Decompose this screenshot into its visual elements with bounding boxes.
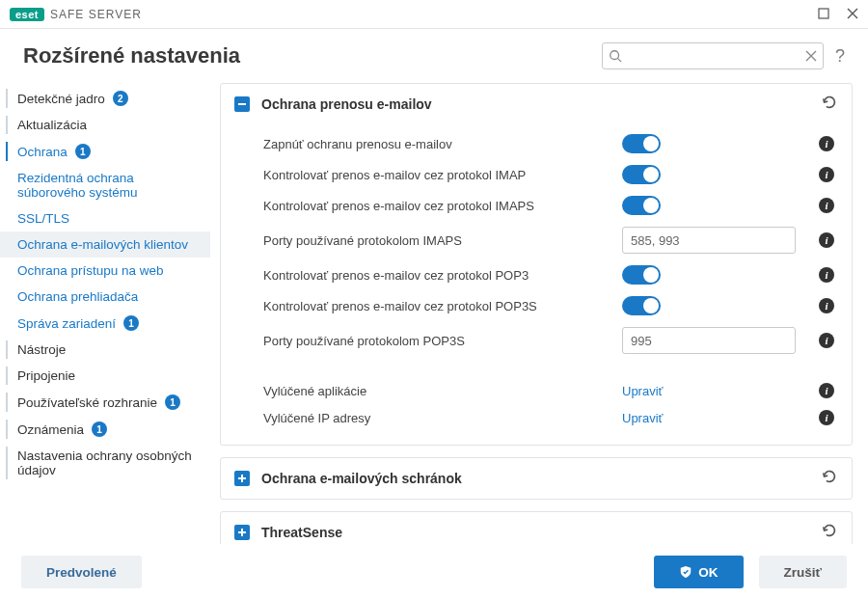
search-field[interactable]: [602, 42, 824, 69]
info-icon[interactable]: i: [819, 136, 834, 151]
sidebar-item-2[interactable]: Ochrana1: [0, 138, 210, 165]
cancel-button[interactable]: Zrušiť: [759, 556, 847, 588]
page-header: Rozšírené nastavenia ?: [0, 29, 868, 79]
toggle-switch[interactable]: [622, 265, 661, 285]
footer: Predvolené OK Zrušiť: [0, 546, 868, 598]
setting-label: Zapnúť ochranu prenosu e-mailov: [263, 137, 622, 151]
search-input[interactable]: [622, 49, 805, 64]
panel-body: Zapnúť ochranu prenosu e-mailoviKontrolo…: [221, 124, 852, 445]
info-icon[interactable]: i: [819, 410, 834, 425]
sidebar-item-12[interactable]: Oznámenia1: [0, 416, 210, 443]
setting-label: Kontrolovať prenos e-mailov cez protokol…: [263, 299, 622, 313]
sidebar-item-label: Správa zariadení: [17, 316, 116, 331]
reset-icon[interactable]: [821, 94, 838, 115]
app-logo: eset SAFE SERVER: [10, 8, 142, 21]
expand-icon[interactable]: [234, 471, 250, 486]
setting-label: Porty používané protokolom IMAPS: [263, 233, 622, 248]
setting-control: [622, 327, 815, 354]
sidebar-item-label: Aktualizácia: [17, 118, 87, 132]
sidebar-item-7[interactable]: Ochrana prehliadača: [0, 284, 210, 310]
toggle-switch[interactable]: [622, 196, 661, 215]
ok-label: OK: [698, 565, 718, 580]
ok-button[interactable]: OK: [654, 556, 743, 588]
toggle-switch[interactable]: [622, 296, 661, 315]
sidebar-item-8[interactable]: Správa zariadení1: [0, 310, 210, 337]
main-panel: Ochrana prenosu e-mailovZapnúť ochranu p…: [210, 79, 868, 544]
panel-header[interactable]: Ochrana e-mailových schránok: [221, 458, 852, 499]
info-cell: i: [815, 333, 838, 348]
expand-icon[interactable]: [234, 525, 250, 540]
edit-link[interactable]: Upraviť: [622, 411, 663, 425]
ports-input[interactable]: [622, 227, 796, 254]
panel-header[interactable]: Ochrana prenosu e-mailov: [221, 84, 852, 124]
svg-point-1: [610, 51, 619, 60]
sidebar-item-0[interactable]: Detekčné jadro2: [0, 85, 210, 112]
setting-control: Upraviť: [622, 411, 815, 425]
info-cell: i: [815, 267, 838, 283]
sidebar-badge: 1: [75, 144, 91, 159]
defaults-button[interactable]: Predvolené: [21, 556, 142, 588]
sidebar: Detekčné jadro2AktualizáciaOchrana1Rezid…: [0, 79, 210, 544]
svg-rect-5: [238, 477, 246, 479]
info-cell: i: [815, 136, 838, 151]
setting-control: [622, 196, 815, 215]
info-icon[interactable]: i: [819, 232, 834, 248]
sidebar-item-9[interactable]: Nástroje: [0, 337, 210, 363]
setting-control: Upraviť: [622, 384, 815, 398]
info-icon[interactable]: i: [819, 167, 834, 182]
sidebar-badge: 1: [92, 421, 107, 437]
window-close-icon[interactable]: [847, 7, 858, 22]
sidebar-item-10[interactable]: Pripojenie: [0, 363, 210, 389]
help-icon[interactable]: ?: [835, 46, 845, 67]
sidebar-item-label: Oznámenia: [17, 422, 84, 437]
sidebar-item-label: Nastavenia ochrany osobných údajov: [17, 448, 199, 477]
setting-label: Kontrolovať prenos e-mailov cez protokol…: [263, 168, 622, 182]
titlebar: eset SAFE SERVER: [0, 0, 868, 29]
sidebar-badge: 2: [113, 91, 128, 106]
shield-icon: [679, 565, 692, 579]
sidebar-item-1[interactable]: Aktualizácia: [0, 112, 210, 138]
info-icon[interactable]: i: [819, 383, 834, 398]
info-cell: i: [815, 198, 838, 213]
setting-label: Vylúčené IP adresy: [263, 411, 622, 425]
brand-badge: eset: [10, 8, 44, 21]
setting-control: [622, 134, 815, 153]
info-icon[interactable]: i: [819, 333, 834, 348]
info-icon[interactable]: i: [819, 298, 834, 313]
sidebar-item-4[interactable]: SSL/TLS: [0, 205, 210, 231]
sidebar-badge: 1: [123, 315, 139, 331]
reset-icon[interactable]: [821, 522, 838, 543]
sidebar-item-3[interactable]: Rezidentná ochrana súborového systému: [0, 165, 210, 205]
search-wrap: ?: [602, 42, 845, 69]
sidebar-item-6[interactable]: Ochrana prístupu na web: [0, 258, 210, 284]
toggle-switch[interactable]: [622, 134, 661, 153]
info-cell: i: [815, 298, 838, 313]
edit-link[interactable]: Upraviť: [622, 384, 663, 398]
setting-row-0: Zapnúť ochranu prenosu e-mailovi: [221, 128, 852, 159]
clear-search-icon[interactable]: [805, 50, 817, 62]
setting-control: [622, 165, 815, 184]
collapse-icon[interactable]: [234, 96, 250, 112]
setting-row-5: Kontrolovať prenos e-mailov cez protokol…: [221, 290, 852, 321]
info-cell: i: [815, 232, 838, 248]
svg-line-2: [618, 59, 622, 63]
reset-icon[interactable]: [821, 468, 838, 489]
panel-header[interactable]: ThreatSense: [221, 512, 852, 544]
setting-row-1: Kontrolovať prenos e-mailov cez protokol…: [221, 159, 852, 190]
setting-row-9: Vylúčené IP adresyUpraviťi: [221, 404, 852, 431]
window-controls: [818, 7, 858, 22]
sidebar-item-5[interactable]: Ochrana e-mailových klientov: [0, 231, 210, 258]
setting-row-2: Kontrolovať prenos e-mailov cez protokol…: [221, 190, 852, 221]
info-cell: i: [815, 167, 838, 182]
toggle-switch[interactable]: [622, 165, 661, 184]
sidebar-item-11[interactable]: Používateľské rozhranie1: [0, 389, 210, 416]
sidebar-item-label: Pripojenie: [17, 368, 75, 383]
info-icon[interactable]: i: [819, 198, 834, 213]
info-cell: i: [815, 383, 838, 398]
sidebar-item-13[interactable]: Nastavenia ochrany osobných údajov: [0, 443, 210, 483]
setting-row-8: Vylúčené aplikácieUpraviťi: [221, 377, 852, 404]
info-icon[interactable]: i: [819, 267, 834, 283]
window-maximize-icon[interactable]: [818, 7, 829, 22]
panel-title: Ochrana prenosu e-mailov: [261, 96, 432, 112]
ports-input[interactable]: [622, 327, 796, 354]
